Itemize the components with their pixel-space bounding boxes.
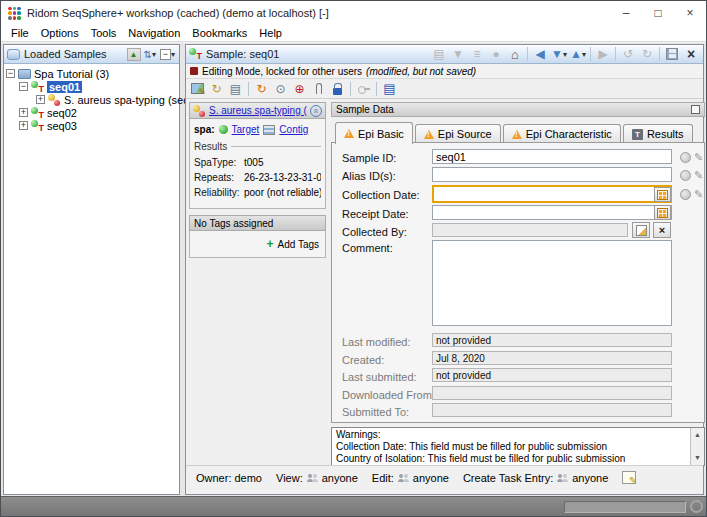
collapse-panel-icon[interactable]: « xyxy=(310,105,322,117)
warning-icon: ! xyxy=(512,130,522,139)
calendar-icon xyxy=(657,190,668,200)
owner-value: demo xyxy=(234,472,262,484)
menu-tools[interactable]: Tools xyxy=(85,26,123,40)
collection-date-input[interactable] xyxy=(432,185,672,203)
sample-id-input[interactable] xyxy=(432,149,672,164)
edit-permissions-icon[interactable]: ✎ xyxy=(622,471,636,484)
collected-by-clear-button[interactable]: × xyxy=(653,222,671,238)
tree-item-spa-typing[interactable]: + S. aureus spa-typing (seq01) xyxy=(36,93,177,106)
sort-icon[interactable]: ⇅▾ xyxy=(143,47,157,62)
pen-icon[interactable]: ✎ xyxy=(694,169,703,182)
record-icon[interactable]: ● xyxy=(487,46,505,62)
tab-results[interactable]: T Results xyxy=(623,124,693,143)
close-button[interactable]: × xyxy=(674,1,706,25)
attachment-icon[interactable] xyxy=(310,81,327,97)
menu-help[interactable]: Help xyxy=(253,26,288,40)
created-value: Jul 8, 2020 xyxy=(432,351,672,365)
warnings-title: Warnings: xyxy=(336,429,688,441)
tree-item-seq03[interactable]: + T seq03 xyxy=(19,119,177,132)
close-sample-icon[interactable]: × xyxy=(682,46,700,62)
scroll-up-icon[interactable]: ▲ xyxy=(694,428,701,442)
receipt-date-calendar-button[interactable] xyxy=(654,205,671,220)
comment-textarea[interactable] xyxy=(432,240,672,326)
sample-data-panel: Sample Data ! Epi Basic ! Epi Source xyxy=(331,102,705,466)
table-settings-icon[interactable]: ▤ xyxy=(227,81,244,97)
pen-icon[interactable]: ✎ xyxy=(694,151,703,164)
globe-icon[interactable] xyxy=(680,152,691,163)
contig-link[interactable]: Contig xyxy=(279,124,308,135)
submitted-to-label: Submitted To: xyxy=(342,406,409,418)
next-sample-icon[interactable]: ▼▾ xyxy=(550,46,568,62)
back-icon[interactable]: ◀ xyxy=(531,46,549,62)
menu-options[interactable]: Options xyxy=(35,26,85,40)
spa-typing-panel: S. aureus spa-typing (seq01) « spa: Targ… xyxy=(189,102,326,209)
reload-icon[interactable]: ↻ xyxy=(208,81,225,97)
tab-label: Epi Source xyxy=(438,128,492,140)
red-dot-icon xyxy=(199,111,205,117)
globe-icon[interactable] xyxy=(680,189,691,200)
expander-minus-icon[interactable]: − xyxy=(6,69,15,78)
minimize-button[interactable]: – xyxy=(610,1,642,25)
collection-date-calendar-button[interactable] xyxy=(654,187,671,202)
window-title: Ridom SeqSphere+ workshop (cached) (demo… xyxy=(27,7,329,19)
lock-icon xyxy=(333,88,342,95)
restore-panel-icon[interactable] xyxy=(691,105,700,114)
key-icon[interactable] xyxy=(355,81,372,97)
edit-sample-icon[interactable]: ✎ xyxy=(189,81,206,97)
toolbar-separator xyxy=(615,47,616,61)
green-dot-icon xyxy=(31,81,38,88)
save-icon[interactable] xyxy=(663,46,681,62)
tree-item-seq02[interactable]: + T seq02 xyxy=(19,106,177,119)
people-icon xyxy=(397,473,410,483)
menu-file[interactable]: File xyxy=(5,26,35,40)
globe-icon[interactable] xyxy=(680,170,691,181)
target-link[interactable]: Target xyxy=(232,124,260,135)
panel-splitter[interactable] xyxy=(181,43,184,496)
add-tags-button[interactable]: Add Tags xyxy=(277,239,319,250)
expander-plus-icon[interactable]: + xyxy=(36,95,45,104)
undo-icon[interactable]: ↺ xyxy=(619,46,637,62)
spa-typing-title-link[interactable]: S. aureus spa-typing (seq01) xyxy=(209,105,307,116)
export-window-icon[interactable]: ▤ xyxy=(430,46,448,62)
paperclip-icon xyxy=(316,83,322,94)
app-icon xyxy=(8,7,21,20)
pen-icon[interactable]: ✎ xyxy=(694,188,703,201)
menu-navigation[interactable]: Navigation xyxy=(122,26,186,40)
maximize-button[interactable]: □ xyxy=(642,1,674,25)
expander-minus-icon[interactable]: − xyxy=(19,82,28,91)
tree-item-seq01[interactable]: − T seq01 xyxy=(19,80,177,93)
green-dot-icon xyxy=(31,120,38,127)
warnings-scrollbar[interactable]: ▲ ▼ xyxy=(690,428,704,465)
warning-icon: ! xyxy=(344,129,354,138)
lock-search-icon[interactable] xyxy=(329,81,346,97)
menu-bookmarks[interactable]: Bookmarks xyxy=(186,26,253,40)
filter-icon[interactable]: ▼ xyxy=(449,46,467,62)
previous-sample-icon[interactable]: ▲▾ xyxy=(569,46,587,62)
loaded-samples-title: Loaded Samples xyxy=(24,48,107,60)
database-icon xyxy=(7,49,20,60)
alias-input[interactable] xyxy=(432,167,672,182)
tree-label: seq03 xyxy=(47,120,77,132)
sync-icon[interactable]: ↻ xyxy=(253,81,270,97)
home-icon[interactable]: ⌂ xyxy=(506,46,524,62)
tab-epi-source[interactable]: ! Epi Source xyxy=(415,124,501,143)
edit-label: Edit: xyxy=(372,472,394,484)
collected-by-select-button[interactable] xyxy=(632,222,650,238)
target-icon[interactable]: ⊕ xyxy=(291,81,308,97)
expander-plus-icon[interactable]: + xyxy=(19,121,28,130)
collapse-tree-icon[interactable]: −▾ xyxy=(159,47,176,62)
tab-epi-basic[interactable]: ! Epi Basic xyxy=(335,122,413,144)
sample-content: S. aureus spa-typing (seq01) « spa: Targ… xyxy=(186,100,703,461)
created-label: Created: xyxy=(342,354,384,366)
report-icon[interactable]: ▤ xyxy=(381,81,398,97)
expander-plus-icon[interactable]: + xyxy=(19,108,28,117)
receipt-date-input[interactable] xyxy=(432,205,672,220)
list-icon[interactable]: ≡ xyxy=(468,46,486,62)
submit-icon[interactable]: ▶ xyxy=(594,46,612,62)
redo-icon[interactable]: ↻ xyxy=(638,46,656,62)
tab-epi-characteristic[interactable]: ! Epi Characteristic xyxy=(503,124,621,143)
scroll-down-icon[interactable]: ▼ xyxy=(694,451,701,465)
tree-item-project[interactable]: − Spa Tutorial (3) xyxy=(6,67,177,80)
import-samples-icon[interactable]: ▲ xyxy=(127,48,141,61)
view-settings-icon[interactable]: ⊙ xyxy=(272,81,289,97)
